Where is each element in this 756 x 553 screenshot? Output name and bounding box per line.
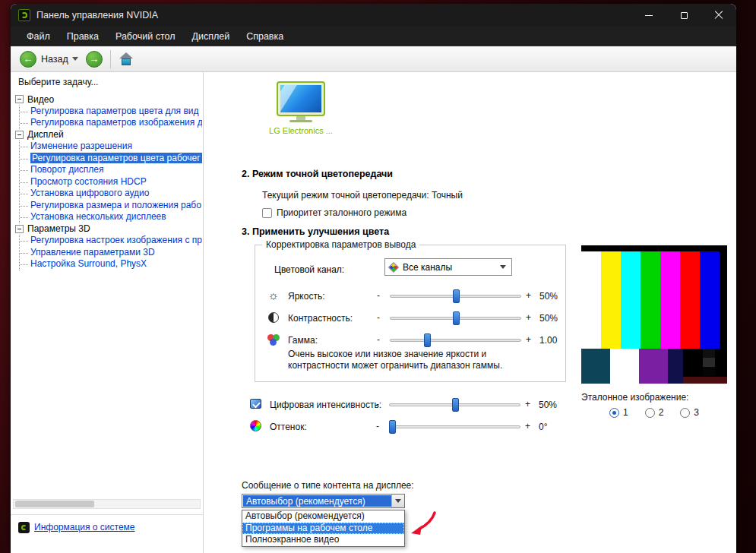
tree-item-rotate-display[interactable]: Поворот дисплея xyxy=(20,164,202,176)
tree-root-3d-settings[interactable]: Параметры 3D xyxy=(15,223,202,235)
tree-root-video[interactable]: Видео xyxy=(15,93,202,106)
reference-color-bars-image xyxy=(581,245,727,384)
color-channel-icon xyxy=(388,261,399,272)
back-history-chevron-icon[interactable] xyxy=(72,57,78,61)
collapse-icon[interactable] xyxy=(15,95,24,103)
brightness-icon: ☼ xyxy=(267,289,280,302)
menu-bar: Файл Правка Рабочий стол Дисплей Справка xyxy=(11,27,736,46)
digital-vibrance-slider[interactable] xyxy=(389,403,520,406)
contrast-icon xyxy=(267,311,280,324)
nvidia-logo-icon xyxy=(18,9,30,21)
groupbox-legend: Корректировка параметров вывода xyxy=(262,239,419,250)
display-name: LG Electronics ... xyxy=(259,126,343,135)
brightness-slider[interactable] xyxy=(390,295,521,298)
tree-item-digital-audio[interactable]: Установка цифрового аудио xyxy=(20,188,202,200)
color-channel-value: Все каналы xyxy=(403,262,452,273)
scrollbar-thumb[interactable] xyxy=(15,501,94,507)
radio-reference-1[interactable] xyxy=(609,408,619,418)
color-channel-label: Цветовой канал: xyxy=(274,264,344,275)
section-2-title: 2. Режим точной цветопередачи xyxy=(242,169,393,179)
monitor-icon xyxy=(277,81,325,116)
content-type-dropdown-list: Автовыбор (рекомендуется) Программы на р… xyxy=(242,510,405,547)
tree-item-adjust-video-color[interactable]: Регулировка параметров цвета для вид xyxy=(20,106,202,118)
hue-value: 0° xyxy=(539,422,547,432)
radio-reference-3[interactable] xyxy=(680,408,690,418)
forward-button[interactable]: → xyxy=(86,51,103,68)
content-type-selected-value: Автовыбор (рекомендуется) xyxy=(243,495,391,507)
tree-item-surround-physx[interactable]: Настройка Surround, PhysX xyxy=(20,258,202,270)
tree-root-display[interactable]: Дисплей xyxy=(15,129,202,141)
radio-label: 3 xyxy=(694,407,699,418)
slider-thumb[interactable] xyxy=(453,311,460,325)
chevron-down-icon xyxy=(500,265,506,269)
dropdown-option-fullscreen-video[interactable]: Полноэкранное видео xyxy=(242,534,404,546)
system-info-link[interactable]: Информация о системе xyxy=(34,522,134,532)
window-title: Панель управления NVIDIA xyxy=(36,10,158,21)
digital-vibrance-value: 50% xyxy=(539,400,557,410)
tree-item-adjust-desktop-color[interactable]: Регулировка параметров цвета рабочег xyxy=(20,153,202,165)
toolbar-separator xyxy=(110,50,111,68)
task-sidebar: Выберите задачу... Видео Регулировка пар… xyxy=(11,72,204,553)
hue-icon xyxy=(249,419,262,432)
slider-thumb[interactable] xyxy=(389,420,396,434)
chevron-down-icon xyxy=(395,499,401,503)
contrast-value: 50% xyxy=(539,313,558,324)
collapse-icon[interactable] xyxy=(15,225,24,233)
minimize-button[interactable] xyxy=(631,4,666,27)
menu-item-display[interactable]: Дисплей xyxy=(183,31,238,42)
close-icon xyxy=(714,11,723,20)
menu-item-edit[interactable]: Правка xyxy=(59,31,107,42)
hue-slider[interactable] xyxy=(389,425,520,428)
digital-vibrance-icon xyxy=(249,397,262,410)
menu-item-file[interactable]: Файл xyxy=(18,31,59,42)
section-3-title: 3. Применить улучшения цвета xyxy=(242,226,389,237)
sidebar-footer: Информация о системе xyxy=(11,514,203,553)
gamma-row: Гамма: - + 1.00 xyxy=(255,331,565,349)
dropdown-option-auto[interactable]: Автовыбор (рекомендуется) xyxy=(242,510,404,523)
reference-mode-checkbox[interactable] xyxy=(262,208,272,218)
content-type-select[interactable]: Автовыбор (рекомендуется) xyxy=(242,494,405,508)
menu-item-help[interactable]: Справка xyxy=(238,31,292,42)
dropdown-option-desktop-programs[interactable]: Программы на рабочем столе xyxy=(242,523,404,535)
back-arrow-icon: ← xyxy=(24,53,33,65)
tree-item-hdcp-status[interactable]: Просмотр состояния HDCP xyxy=(20,176,202,188)
home-icon[interactable] xyxy=(119,52,134,66)
tree-item-adjust-video-image[interactable]: Регулировка параметров изображения д xyxy=(20,117,202,129)
radio-label: 2 xyxy=(659,407,664,418)
maximize-button[interactable] xyxy=(666,4,701,27)
slider-thumb[interactable] xyxy=(424,333,431,347)
menu-item-desktop[interactable]: Рабочий стол xyxy=(107,31,183,42)
slider-thumb[interactable] xyxy=(452,398,459,412)
color-channel-select[interactable]: Все каналы xyxy=(384,258,512,276)
gamma-icon xyxy=(267,333,280,346)
display-device[interactable]: LG Electronics ... xyxy=(259,81,343,135)
gamma-warning-text: Очень высокое или низкое значение яркост… xyxy=(288,349,540,371)
brightness-value: 50% xyxy=(539,291,558,302)
sidebar-horizontal-scrollbar[interactable] xyxy=(13,499,201,509)
combo-dropdown-button[interactable] xyxy=(391,495,404,507)
system-info-icon xyxy=(18,522,30,533)
minimize-icon xyxy=(645,15,653,16)
collapse-icon[interactable] xyxy=(15,131,24,139)
tree-item-size-position[interactable]: Регулировка размера и положения рабо xyxy=(20,200,202,212)
contrast-row: Контрастность: - + 50% xyxy=(255,309,565,327)
forward-arrow-icon: → xyxy=(89,53,99,65)
tree-item-manage-3d[interactable]: Управление параметрами 3D xyxy=(20,247,202,259)
hue-row: Оттенок: - + 0° xyxy=(204,418,736,436)
tree-item-change-resolution[interactable]: Изменение разрешения xyxy=(20,141,202,153)
radio-reference-2[interactable] xyxy=(645,408,655,418)
back-button-label: Назад xyxy=(41,54,68,65)
maximize-icon xyxy=(681,12,688,19)
slider-thumb[interactable] xyxy=(453,289,460,303)
reference-mode-checkbox-row: Приоритет эталонного режима xyxy=(262,207,406,218)
tree-item-preview-image-settings[interactable]: Регулировка настроек изображения с пр xyxy=(20,235,202,247)
contrast-slider[interactable] xyxy=(390,317,521,320)
tree-item-multiple-displays[interactable]: Установка нескольких дисплеев xyxy=(20,211,202,223)
back-button[interactable]: ← xyxy=(20,51,36,68)
content-type-label: Сообщение о типе контента на дисплее: xyxy=(242,480,414,491)
sidebar-header: Выберите задачу... xyxy=(11,72,203,89)
gamma-slider[interactable] xyxy=(390,339,521,342)
red-arrow-annotation xyxy=(409,510,438,540)
main-content: LG Electronics ... 2. Режим точной цвето… xyxy=(204,72,736,553)
close-button[interactable] xyxy=(701,4,736,27)
